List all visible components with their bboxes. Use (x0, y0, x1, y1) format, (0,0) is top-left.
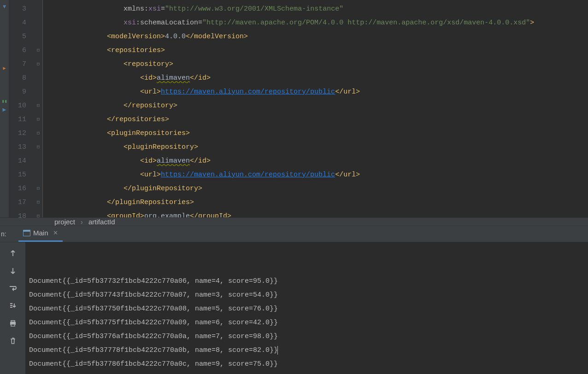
svg-rect-1 (11, 321, 15, 322)
console-area: Document{{_id=5fb37732f1bcb4222c770a06, … (0, 242, 588, 374)
bookmark-icon[interactable]: ▶ (3, 65, 6, 71)
console-tab-main[interactable]: Main ✕ (18, 226, 63, 242)
run-panel-label: n: (1, 230, 6, 238)
chevron-right-icon: › (81, 218, 83, 226)
breadcrumb-item[interactable]: artifactId (88, 218, 115, 226)
vcs-change-icon: ▮▮ (1, 99, 7, 104)
console-tab-bar: n: Main ✕ (0, 226, 588, 242)
console-line: Document{{_id=5fb37743f1bcb4222c770a07, … (29, 288, 584, 302)
svg-rect-2 (11, 324, 15, 326)
breadcrumb-bar: project › artifactId (0, 217, 588, 226)
console-line: Document{{_id=5fb377a4f1bcb4222c770a0d, … (29, 371, 584, 374)
code-text-area[interactable]: xmlns:xsi="http://www.w3.org/2001/XMLSch… (43, 0, 588, 217)
scroll-down-icon[interactable] (8, 266, 18, 275)
console-line: Document{{_id=5fb3776af1bcb4222c770a0a, … (29, 330, 584, 344)
console-output[interactable]: Document{{_id=5fb37732f1bcb4222c770a06, … (25, 242, 588, 374)
tab-label: Main (33, 229, 48, 237)
close-icon[interactable]: ✕ (53, 229, 58, 236)
scroll-up-icon[interactable] (8, 249, 18, 258)
trash-icon[interactable] (8, 336, 18, 345)
console-line: Document{{_id=5fb37778f1bcb4222c770a0b, … (29, 344, 584, 357)
run-gutter-icon[interactable]: ▶ (3, 106, 6, 113)
console-line: Document{{_id=5fb37750f1bcb4222c770a08, … (29, 302, 584, 316)
breadcrumb-item[interactable]: project (54, 218, 75, 226)
fold-gutter[interactable]: ⊟⊟⊟⊟⊟⊟⊟⊟⊟ (35, 0, 43, 217)
collapse-marker-icon[interactable]: ▼ (3, 4, 6, 10)
soft-wrap-icon[interactable] (8, 284, 18, 293)
console-toolbar (0, 242, 25, 374)
line-number-gutter[interactable]: 3456789101112131415161718 (9, 0, 35, 217)
code-editor-area: ▼ ▶ ▮▮ ▶ 3456789101112131415161718 ⊟⊟⊟⊟⊟… (0, 0, 588, 217)
console-line: Document{{_id=5fb37732f1bcb4222c770a06, … (29, 275, 584, 288)
marker-gutter: ▼ ▶ ▮▮ ▶ (0, 0, 9, 217)
console-line: Document{{_id=5fb37786f1bcb4222c770a0c, … (29, 357, 584, 371)
scroll-to-end-icon[interactable] (8, 301, 18, 310)
application-icon (23, 230, 30, 236)
console-line: Document{{_id=5fb3775ff1bcb4222c770a09, … (29, 316, 584, 330)
print-icon[interactable] (8, 319, 18, 328)
